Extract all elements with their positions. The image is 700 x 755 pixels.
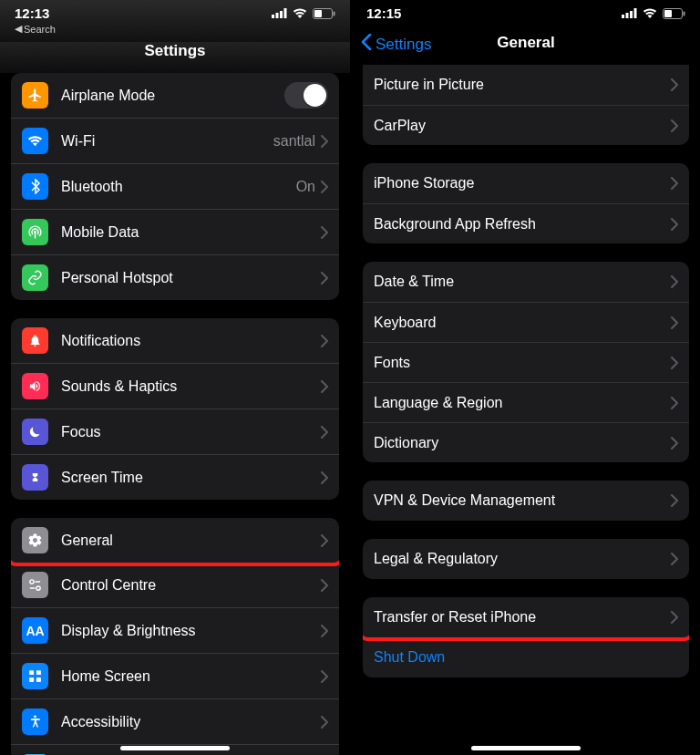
page-title: Settings	[144, 42, 205, 59]
accessibility-icon	[22, 708, 48, 735]
row-label: Dictionary	[374, 435, 671, 451]
picture-in-picture-row[interactable]: Picture in Picture	[363, 65, 689, 105]
dictionary-row[interactable]: Dictionary	[363, 422, 689, 462]
chevron-right-icon	[671, 316, 678, 329]
sounds-haptics-row[interactable]: Sounds & Haptics	[11, 363, 339, 409]
row-label: Legal & Regulatory	[374, 551, 671, 567]
settings-group: Legal & Regulatory	[363, 539, 689, 579]
svg-rect-27	[664, 10, 672, 17]
vpn-device-management-row[interactable]: VPN & Device Management	[363, 481, 689, 521]
row-label: Bluetooth	[61, 179, 296, 195]
notifications-row[interactable]: Notifications	[11, 318, 339, 363]
home-indicator[interactable]	[471, 746, 581, 750]
focus-row[interactable]: Focus	[11, 409, 339, 454]
row-label: VPN & Device Management	[374, 492, 671, 509]
speaker-icon	[22, 373, 48, 399]
row-label: Airplane Mode	[61, 88, 284, 104]
svg-rect-12	[36, 670, 41, 675]
row-label: Fonts	[374, 355, 671, 371]
chevron-right-icon	[671, 218, 678, 231]
svg-point-7	[30, 580, 34, 584]
svg-rect-0	[272, 15, 274, 18]
back-label: Settings	[376, 36, 431, 54]
svg-rect-23	[626, 13, 629, 18]
mobile-data-row[interactable]: Mobile Data	[11, 209, 339, 254]
row-label: Picture in Picture	[374, 77, 671, 93]
chevron-right-icon	[321, 579, 328, 592]
settings-group: Date & TimeKeyboardFontsLanguage & Regio…	[363, 262, 689, 462]
back-to-search[interactable]: ◀ Search	[0, 23, 350, 40]
page-title: General	[497, 34, 554, 51]
svg-rect-25	[634, 8, 637, 18]
row-label: Mobile Data	[61, 224, 321, 241]
chevron-right-icon	[321, 135, 328, 148]
control-centre-row[interactable]: Control Centre	[11, 563, 339, 607]
status-wrap: 12:13 ◀ Search	[0, 0, 350, 42]
chevron-right-icon	[671, 437, 678, 450]
wifi-icon	[22, 128, 48, 154]
status-time: 12:15	[366, 5, 401, 21]
bluetooth-row[interactable]: BluetoothOn	[11, 163, 339, 209]
back-search-label: Search	[24, 24, 56, 35]
row-label: Accessibility	[61, 714, 321, 730]
row-label: General	[61, 533, 321, 549]
shut-down-row[interactable]: Shut Down	[363, 637, 689, 677]
general-row[interactable]: General	[11, 518, 339, 563]
svg-rect-22	[622, 15, 624, 18]
svg-rect-5	[314, 10, 322, 17]
antenna-icon	[22, 219, 48, 245]
accessibility-row[interactable]: Accessibility	[11, 698, 339, 744]
chevron-left-icon: ◀	[15, 23, 22, 35]
background-app-refresh-row[interactable]: Background App Refresh	[363, 203, 689, 243]
display-brightness-row[interactable]: AADisplay & Brightness	[11, 607, 339, 653]
svg-rect-6	[334, 11, 335, 16]
svg-rect-13	[29, 677, 34, 682]
switches-icon	[22, 572, 48, 598]
hourglass-icon	[22, 464, 48, 491]
wifi-row[interactable]: Wi-Fisantlal	[11, 118, 339, 163]
status-right	[622, 8, 685, 19]
chevron-right-icon	[321, 380, 328, 393]
bluetooth-icon	[22, 173, 48, 200]
svg-rect-1	[276, 13, 279, 18]
personal-hotspot-row[interactable]: Personal Hotspot	[11, 254, 339, 300]
row-value: On	[296, 179, 315, 195]
back-button[interactable]: Settings	[361, 34, 431, 55]
screen-time-row[interactable]: Screen Time	[11, 454, 339, 500]
carplay-row[interactable]: CarPlay	[363, 105, 689, 145]
text-size-icon: AA	[22, 617, 48, 644]
legal-regulatory-row[interactable]: Legal & Regulatory	[363, 539, 689, 579]
chevron-right-icon	[321, 625, 328, 637]
home-indicator[interactable]	[120, 746, 230, 750]
chevron-right-icon	[671, 611, 678, 624]
chevron-right-icon	[671, 397, 678, 409]
chevron-right-icon	[321, 426, 328, 439]
svg-point-9	[36, 586, 40, 590]
general-groups: Picture in PictureCarPlayiPhone StorageB…	[352, 65, 700, 755]
iphone-storage-row[interactable]: iPhone Storage	[363, 163, 689, 203]
svg-rect-2	[280, 11, 283, 18]
toggle-switch[interactable]	[284, 82, 328, 109]
date-time-row[interactable]: Date & Time	[363, 262, 689, 302]
fonts-row[interactable]: Fonts	[363, 342, 689, 382]
chevron-right-icon	[321, 181, 328, 193]
battery-icon	[313, 8, 335, 19]
row-label: Keyboard	[374, 315, 671, 331]
wifi-icon	[643, 8, 657, 18]
status-bar: 12:15	[352, 0, 700, 23]
svg-rect-14	[36, 677, 41, 682]
chevron-right-icon	[671, 177, 678, 190]
gear-icon	[22, 527, 48, 553]
settings-groups: Airplane ModeWi-FisantlalBluetoothOnMobi…	[0, 73, 350, 755]
svg-rect-28	[684, 11, 685, 16]
airplane-mode-row[interactable]: Airplane Mode	[11, 73, 339, 118]
language-region-row[interactable]: Language & Region	[363, 382, 689, 422]
row-label: Screen Time	[61, 470, 321, 486]
home-screen-row[interactable]: Home Screen	[11, 653, 339, 698]
chevron-right-icon	[671, 494, 678, 507]
transfer-or-reset-iphone-row[interactable]: Transfer or Reset iPhone	[363, 597, 689, 637]
cellular-signal-icon	[622, 8, 637, 18]
chevron-left-icon	[361, 34, 372, 55]
keyboard-row[interactable]: Keyboard	[363, 302, 689, 342]
airplane-icon	[22, 82, 48, 109]
